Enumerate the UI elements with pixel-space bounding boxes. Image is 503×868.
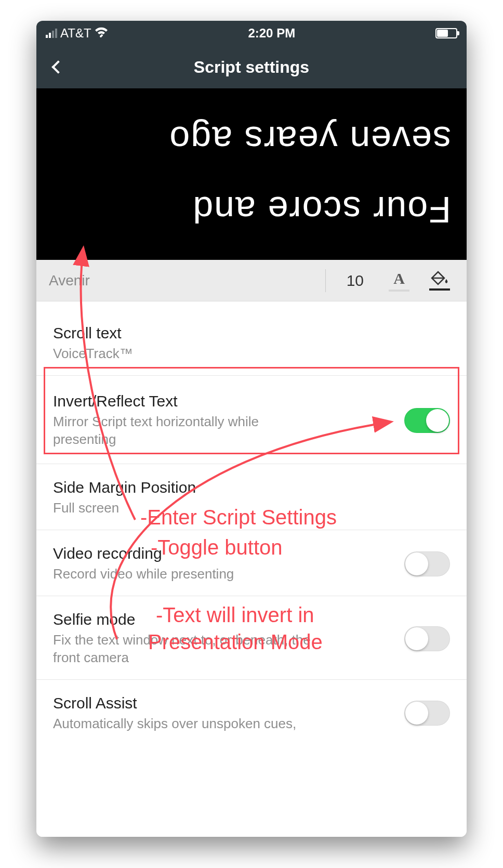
setting-scroll-assist[interactable]: Scroll Assist Automatically skips over u…: [36, 680, 467, 745]
setting-selfie-sub: Fix the text window next to, or beneath,…: [53, 632, 323, 667]
background-color-button[interactable]: [425, 266, 454, 295]
divider: [325, 269, 326, 292]
setting-scroll-text-sub: VoiceTrack™: [53, 345, 323, 363]
paint-bucket-icon: [431, 271, 448, 286]
toggle-invert-reflect[interactable]: [404, 408, 450, 433]
wifi-icon: [95, 26, 108, 41]
setting-assist-sub: Automatically skips over unspoken cues,: [53, 715, 323, 733]
script-preview: Four score and seven years ago: [36, 88, 467, 260]
text-color-underline: [389, 290, 409, 292]
setting-side-margin[interactable]: Side Margin Position Full screen: [36, 464, 467, 530]
setting-video-recording[interactable]: Video recording Record video while prese…: [36, 530, 467, 596]
text-color-icon: A: [393, 270, 405, 287]
font-name-selector[interactable]: Avenir: [49, 272, 314, 289]
toggle-selfie-mode[interactable]: [404, 626, 450, 651]
status-bar: AT&T 2:20 PM: [36, 21, 467, 46]
device-frame: AT&T 2:20 PM Script settings Four score …: [36, 21, 467, 837]
toggle-video-recording[interactable]: [404, 551, 450, 576]
carrier-label: AT&T: [60, 26, 91, 41]
setting-invert-reflect[interactable]: Invert/Reflect Text Mirror Script text h…: [36, 376, 467, 465]
status-right: [435, 28, 457, 38]
setting-video-title: Video recording: [53, 545, 394, 562]
setting-video-sub: Record video while presenting: [53, 565, 323, 583]
setting-invert-title: Invert/Reflect Text: [53, 392, 394, 410]
nav-header: Script settings: [36, 46, 467, 88]
battery-icon: [435, 28, 457, 38]
setting-margin-sub: Full screen: [53, 499, 323, 517]
setting-scroll-text-title: Scroll text: [53, 324, 450, 342]
setting-selfie-title: Selfie mode: [53, 611, 394, 628]
text-color-button[interactable]: A: [385, 266, 414, 295]
bottom-fade: [36, 806, 467, 837]
preview-line-2: seven years ago: [52, 114, 451, 164]
setting-scroll-text[interactable]: Scroll text VoiceTrack™: [36, 301, 467, 376]
toggle-scroll-assist[interactable]: [404, 701, 450, 726]
setting-selfie-mode[interactable]: Selfie mode Fix the text window next to,…: [36, 596, 467, 680]
font-toolbar: Avenir 10 A: [36, 260, 467, 301]
setting-invert-sub: Mirror Script text horizontally while pr…: [53, 413, 323, 449]
preview-line-1: Four score and: [52, 185, 451, 234]
setting-margin-title: Side Margin Position: [53, 479, 450, 496]
settings-list: Scroll text VoiceTrack™ Invert/Reflect T…: [36, 301, 467, 745]
bg-color-underline: [429, 288, 450, 291]
setting-assist-title: Scroll Assist: [53, 694, 394, 712]
status-left: AT&T: [46, 26, 108, 41]
font-size-selector[interactable]: 10: [337, 272, 373, 290]
page-title: Script settings: [47, 58, 456, 77]
status-time: 2:20 PM: [108, 26, 435, 41]
signal-bars-icon: [46, 29, 57, 38]
